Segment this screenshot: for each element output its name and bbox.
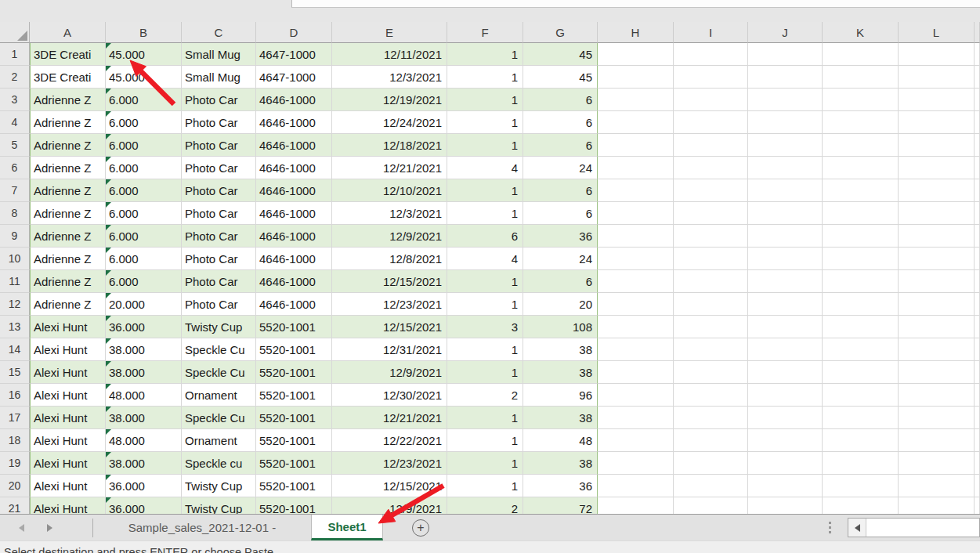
cell-K1[interactable] (823, 43, 899, 66)
row-header-16[interactable]: 16 (0, 384, 30, 407)
cell-C17[interactable]: Speckle Cu (182, 407, 256, 429)
cell-J14[interactable] (748, 338, 823, 361)
cell-F8[interactable]: 1 (447, 202, 523, 225)
cell-H14[interactable] (598, 338, 674, 361)
cell-L10[interactable] (899, 248, 975, 270)
cell-B2[interactable]: 45.000 (106, 66, 182, 89)
cell-G1[interactable]: 45 (523, 43, 598, 66)
sheet-nav-right-icon[interactable] (47, 524, 52, 532)
cell-E20[interactable]: 12/15/2021 (332, 475, 447, 497)
cell-A9[interactable]: Adrienne Z (30, 225, 106, 248)
cell-E8[interactable]: 12/3/2021 (332, 202, 447, 225)
cell-M20[interactable] (975, 475, 980, 497)
cell-M18[interactable] (975, 429, 980, 452)
cell-H16[interactable] (598, 384, 674, 407)
cell-K16[interactable] (823, 384, 899, 407)
cell-H9[interactable] (598, 225, 674, 248)
column-header-C[interactable]: C (182, 22, 256, 43)
row-header-17[interactable]: 17 (0, 407, 30, 429)
cell-F18[interactable]: 1 (447, 429, 523, 452)
cell-D18[interactable]: 5520-1001 (256, 429, 332, 452)
cell-F7[interactable]: 1 (447, 179, 523, 202)
cell-B14[interactable]: 38.000 (106, 338, 182, 361)
cell-E7[interactable]: 12/10/2021 (332, 179, 447, 202)
cell-I14[interactable] (674, 338, 748, 361)
cell-H2[interactable] (598, 66, 674, 89)
cell-F12[interactable]: 1 (447, 293, 523, 316)
cell-K6[interactable] (823, 157, 899, 179)
cell-M14[interactable] (975, 338, 980, 361)
cell-C5[interactable]: Photo Car (182, 134, 256, 157)
cell-D4[interactable]: 4646-1000 (256, 111, 332, 134)
cell-H6[interactable] (598, 157, 674, 179)
cell-K4[interactable] (823, 111, 899, 134)
cell-A7[interactable]: Adrienne Z (30, 179, 106, 202)
cell-H1[interactable] (598, 43, 674, 66)
cell-G10[interactable]: 24 (523, 248, 598, 270)
cell-H13[interactable] (598, 316, 674, 338)
cell-H4[interactable] (598, 111, 674, 134)
cell-F21[interactable]: 2 (447, 497, 523, 515)
cell-K5[interactable] (823, 134, 899, 157)
cell-G14[interactable]: 38 (523, 338, 598, 361)
cell-I6[interactable] (674, 157, 748, 179)
row-header-20[interactable]: 20 (0, 475, 30, 497)
cell-J3[interactable] (748, 89, 823, 111)
cell-G17[interactable]: 38 (523, 407, 598, 429)
cell-K7[interactable] (823, 179, 899, 202)
cell-M10[interactable] (975, 248, 980, 270)
cell-E13[interactable]: 12/15/2021 (332, 316, 447, 338)
cell-M7[interactable] (975, 179, 980, 202)
row-header-13[interactable]: 13 (0, 316, 30, 338)
cell-B9[interactable]: 6.000 (106, 225, 182, 248)
cell-M8[interactable] (975, 202, 980, 225)
cell-L3[interactable] (899, 89, 975, 111)
cell-B19[interactable]: 38.000 (106, 452, 182, 475)
cell-E2[interactable]: 12/3/2021 (332, 66, 447, 89)
cell-G5[interactable]: 6 (523, 134, 598, 157)
cell-H12[interactable] (598, 293, 674, 316)
cell-I10[interactable] (674, 248, 748, 270)
cell-E14[interactable]: 12/31/2021 (332, 338, 447, 361)
cell-F2[interactable]: 1 (447, 66, 523, 89)
cell-B10[interactable]: 6.000 (106, 248, 182, 270)
cell-F6[interactable]: 4 (447, 157, 523, 179)
cell-A1[interactable]: 3DE Creati (30, 43, 106, 66)
cell-M4[interactable] (975, 111, 980, 134)
cell-D1[interactable]: 4647-1000 (256, 43, 332, 66)
cell-I5[interactable] (674, 134, 748, 157)
cell-E10[interactable]: 12/8/2021 (332, 248, 447, 270)
cell-I19[interactable] (674, 452, 748, 475)
cell-L17[interactable] (899, 407, 975, 429)
cell-M11[interactable] (975, 270, 980, 293)
cell-J10[interactable] (748, 248, 823, 270)
cell-E17[interactable]: 12/21/2021 (332, 407, 447, 429)
cell-H5[interactable] (598, 134, 674, 157)
cell-G7[interactable]: 6 (523, 179, 598, 202)
row-header-1[interactable]: 1 (0, 43, 30, 66)
cell-C1[interactable]: Small Mug (182, 43, 256, 66)
row-header-19[interactable]: 19 (0, 452, 30, 475)
scroll-left-button[interactable] (848, 519, 866, 537)
cell-H7[interactable] (598, 179, 674, 202)
cell-B7[interactable]: 6.000 (106, 179, 182, 202)
cell-L13[interactable] (899, 316, 975, 338)
cell-D10[interactable]: 4646-1000 (256, 248, 332, 270)
sheet-tab-sheet1[interactable]: Sheet1 (311, 515, 383, 540)
cell-J2[interactable] (748, 66, 823, 89)
cell-D11[interactable]: 4646-1000 (256, 270, 332, 293)
row-header-10[interactable]: 10 (0, 248, 30, 270)
cell-C4[interactable]: Photo Car (182, 111, 256, 134)
cell-E1[interactable]: 12/11/2021 (332, 43, 447, 66)
cell-J8[interactable] (748, 202, 823, 225)
cell-A17[interactable]: Alexi Hunt (30, 407, 106, 429)
cell-G15[interactable]: 38 (523, 361, 598, 384)
cell-F10[interactable]: 4 (447, 248, 523, 270)
cell-H15[interactable] (598, 361, 674, 384)
cell-K14[interactable] (823, 338, 899, 361)
cell-B15[interactable]: 38.000 (106, 361, 182, 384)
cell-B3[interactable]: 6.000 (106, 89, 182, 111)
cell-D14[interactable]: 5520-1001 (256, 338, 332, 361)
cell-F13[interactable]: 3 (447, 316, 523, 338)
cell-F16[interactable]: 2 (447, 384, 523, 407)
